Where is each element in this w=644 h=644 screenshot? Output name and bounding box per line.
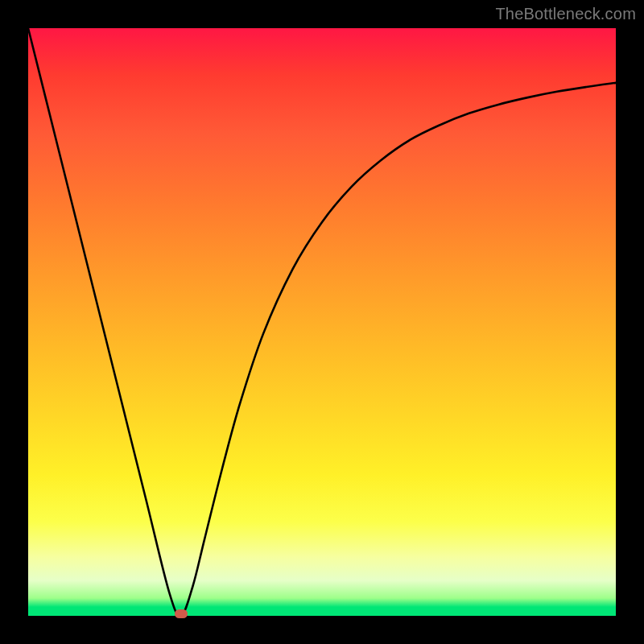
chart-curve-svg [28, 28, 616, 616]
bottleneck-curve-path [28, 28, 616, 616]
watermark-text: TheBottleneck.com [495, 5, 636, 23]
chart-plot-area [28, 28, 616, 616]
optimum-marker [175, 609, 188, 618]
chart-frame: TheBottleneck.com [0, 0, 644, 644]
